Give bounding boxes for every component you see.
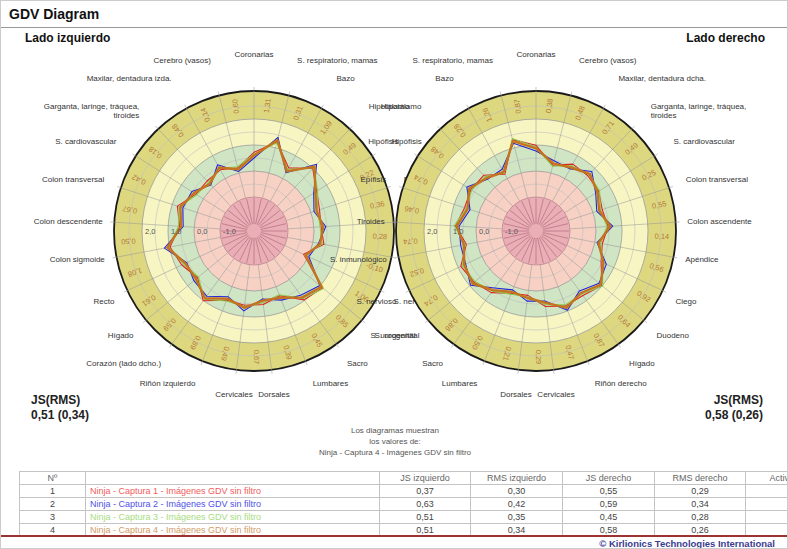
sector-label: Hígado bbox=[629, 359, 655, 368]
sector-value: 0,14 bbox=[654, 231, 669, 241]
js-rms-right: JS(RMS) 0,58 (0,26) bbox=[705, 393, 763, 423]
sector-label: Sacro bbox=[422, 359, 443, 368]
captures-table-header: NºJS izquierdoRMS izquierdoJS derechoRMS… bbox=[20, 472, 788, 485]
sector-label: Sacro bbox=[347, 359, 368, 368]
cell-activation bbox=[746, 511, 788, 524]
cell-activation bbox=[746, 498, 788, 511]
sector-label: Bazo bbox=[336, 74, 355, 83]
cell-rms-left: 0,42 bbox=[471, 498, 563, 511]
sector-label: Lumbares bbox=[313, 379, 349, 388]
sector-label: Colon transversal bbox=[42, 175, 104, 184]
cell-capture-name: Ninja - Captura 2 - Imágenes GDV sin fil… bbox=[86, 498, 380, 511]
sector-label: Coronarias bbox=[516, 50, 555, 59]
sector-label: Dorsales bbox=[500, 390, 532, 399]
js-rms-right-label: JS(RMS) bbox=[705, 393, 763, 408]
sector-label: Riñón izquierdo bbox=[140, 379, 196, 388]
cell-js-right: 0,45 bbox=[563, 511, 655, 524]
ring-tick-label: -1,0 bbox=[505, 227, 518, 236]
table-row[interactable]: 3Ninja - Captura 3 - Imágenes GDV sin fi… bbox=[20, 511, 788, 524]
sector-label: Colon ascendente bbox=[687, 217, 752, 226]
cell-js-left: 0,63 bbox=[380, 498, 471, 511]
table-header-6: Activación bbox=[746, 472, 788, 485]
sector-label: Cervicales bbox=[537, 390, 574, 399]
cell-js-right: 0,59 bbox=[563, 498, 655, 511]
ring-tick-label: 1,0 bbox=[171, 227, 181, 236]
sector-value: 0,74 bbox=[403, 236, 418, 246]
diagram-note: Los diagramas muestran los valores de: N… bbox=[1, 425, 788, 458]
bottom-divider bbox=[1, 535, 788, 537]
sector-label: Garganta, laringe, tráquea,tiroides bbox=[651, 102, 747, 120]
sector-label: Cerebro (vasos) bbox=[579, 56, 637, 65]
gdv-report-page: GDV Diagram Lado izquierdo Lado derecho … bbox=[0, 0, 788, 549]
sector-value: 0,67 bbox=[252, 350, 261, 365]
ring-tick-label: 2,0 bbox=[145, 227, 155, 236]
table-header-1 bbox=[86, 472, 380, 485]
table-row[interactable]: 1Ninja - Captura 1 - Imágenes GDV sin fi… bbox=[20, 485, 788, 498]
sector-label: Coronarias bbox=[234, 50, 273, 59]
cell-rms-right: 0,29 bbox=[655, 485, 746, 498]
js-rms-right-value: 0,58 (0,26) bbox=[705, 408, 763, 423]
sector-label: Duodeno bbox=[656, 331, 689, 340]
sector-label: S. inmunológico bbox=[330, 255, 387, 264]
cell-rms-left: 0,35 bbox=[471, 511, 563, 524]
cell-js-left: 0,51 bbox=[380, 511, 471, 524]
cell-capture-name: Ninja - Captura 3 - Imágenes GDV sin fil… bbox=[86, 511, 380, 524]
sector-label: Colon sigmoide bbox=[50, 255, 106, 264]
table-row[interactable]: 2Ninja - Captura 2 - Imágenes GDV sin fi… bbox=[20, 498, 788, 511]
note-line-1: Los diagramas muestran bbox=[1, 425, 788, 436]
ring-tick-label: -1,0 bbox=[223, 227, 236, 236]
sector-label: Cerebro (vasos) bbox=[154, 56, 212, 65]
js-rms-left: JS(RMS) 0,51 (0,34) bbox=[31, 393, 89, 423]
captures-table: NºJS izquierdoRMS izquierdoJS derechoRMS… bbox=[19, 471, 788, 537]
sector-value: 0,38 bbox=[544, 98, 555, 114]
cell-activation bbox=[746, 485, 788, 498]
table-header-5: RMS derecho bbox=[655, 472, 746, 485]
sector-label: S. respiratorio, mamas bbox=[297, 56, 377, 65]
sector-label: Hipotálamo bbox=[381, 102, 422, 111]
table-header-4: JS derecho bbox=[563, 472, 655, 485]
js-rms-left-label: JS(RMS) bbox=[31, 393, 89, 408]
cell-num: 1 bbox=[20, 485, 86, 498]
note-line-2: los valores de: bbox=[1, 436, 788, 447]
table-header-2: JS izquierdo bbox=[380, 472, 471, 485]
cell-num: 2 bbox=[20, 498, 86, 511]
sector-label: S. respiratorio, mamas bbox=[412, 56, 492, 65]
sector-label: Cervicales bbox=[215, 390, 252, 399]
table-header-num: Nº bbox=[20, 472, 86, 485]
table-header-3: RMS izquierdo bbox=[471, 472, 563, 485]
gdv-radar-charts: 0,601,310,311,090,490,220,360,28-0,101,0… bbox=[1, 43, 788, 415]
note-line-3: Ninja - Captura 4 - Imágenes GDV sin fil… bbox=[1, 447, 788, 458]
sector-label: Tiroides bbox=[357, 217, 385, 226]
copyright: © Kirlionics Technologies International bbox=[599, 538, 775, 549]
ring-tick-label: 0,0 bbox=[479, 227, 489, 236]
cell-capture-name: Ninja - Captura 1 - Imágenes GDV sin fil… bbox=[86, 485, 380, 498]
page-title: GDV Diagram bbox=[9, 6, 99, 22]
title-divider bbox=[1, 27, 788, 28]
ring-tick-label: 2,0 bbox=[427, 227, 437, 236]
sector-value: 1,31 bbox=[262, 98, 273, 114]
sector-label: Recto bbox=[94, 297, 115, 306]
sector-label: Maxilar, dentadura dcha. bbox=[618, 74, 706, 83]
sector-label: Hipófisis bbox=[368, 137, 398, 146]
sector-label: Maxilar, dentadura izda. bbox=[87, 74, 172, 83]
sector-label: Epífisis bbox=[360, 175, 386, 184]
sector-value: 0,28 bbox=[372, 231, 387, 241]
sector-label: S. cardiovascular bbox=[55, 137, 117, 146]
sector-label: Colon transversal bbox=[686, 175, 748, 184]
js-rms-left-value: 0,51 (0,34) bbox=[31, 408, 89, 423]
sector-label: Hígado bbox=[108, 331, 134, 340]
sector-value: 0,60 bbox=[230, 98, 241, 114]
sector-value: 0,29 bbox=[534, 350, 543, 365]
sector-label: Lumbares bbox=[442, 379, 478, 388]
sector-value: 0,50 bbox=[121, 236, 136, 246]
cell-rms-left: 0,30 bbox=[471, 485, 563, 498]
sector-label: Apéndice bbox=[685, 255, 719, 264]
cell-rms-right: 0,28 bbox=[655, 511, 746, 524]
sector-label: Bazo bbox=[435, 74, 454, 83]
sector-label: Riñón derecho bbox=[595, 379, 648, 388]
sector-label: Garganta, laringe, tráquea,tiroides bbox=[44, 102, 140, 120]
sector-label: Ciego bbox=[676, 297, 697, 306]
sector-label: S. cardiovascular bbox=[674, 137, 736, 146]
cell-rms-right: 0,34 bbox=[655, 498, 746, 511]
sector-label: Colon descendente bbox=[34, 217, 103, 226]
